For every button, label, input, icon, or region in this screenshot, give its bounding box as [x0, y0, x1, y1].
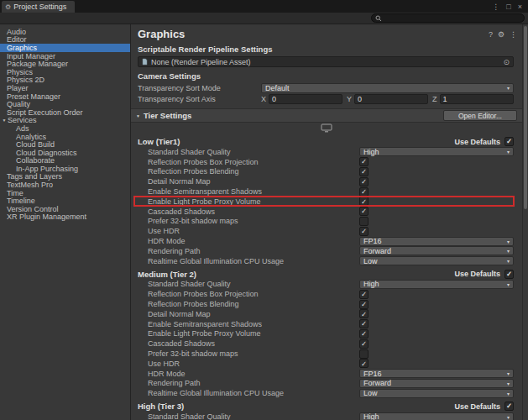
object-picker-icon[interactable]: ⊙ — [503, 58, 510, 66]
sidebar-item-in-app-purchasing[interactable]: In-App Purchasing — [0, 165, 130, 173]
axis-y-field[interactable]: 0 — [354, 94, 428, 104]
render-pipeline-asset-field[interactable]: None (Render Pipeline Asset) ⊙ — [138, 56, 514, 67]
sidebar-item-tags-and-layers[interactable]: Tags and Layers — [0, 173, 130, 181]
help-icon[interactable]: ? — [489, 30, 493, 39]
sidebar-item-physics[interactable]: Physics — [0, 68, 130, 76]
tier-settings-header[interactable]: ▼ Tier Settings Open Editor... — [131, 108, 522, 123]
sidebar-item-label: Physics — [7, 68, 33, 76]
sidebar-item-ads[interactable]: Ads — [0, 124, 130, 133]
tier-settings-label: Tier Settings — [144, 111, 191, 120]
checkbox-reflection-probes-blending[interactable]: ✓ — [359, 300, 369, 309]
checkbox-use-hdr[interactable]: ✓ — [359, 359, 369, 368]
chevron-down-icon: ▾ — [504, 149, 510, 155]
dropdown-hdr-mode[interactable]: FP16▾ — [359, 237, 514, 246]
sidebar-item-label: Time — [7, 189, 24, 197]
dropdown-standard-shader-quality[interactable]: High▾ — [359, 147, 514, 156]
search-input[interactable] — [384, 14, 520, 22]
search-box[interactable] — [371, 13, 525, 23]
checkbox-prefer-32-bit-shadow-maps[interactable] — [359, 349, 369, 359]
checkbox-prefer-32-bit-shadow-maps[interactable] — [359, 217, 369, 226]
dropdown-rendering-path[interactable]: Forward▾ — [359, 379, 514, 388]
srp-section-title: Scriptable Render Pipeline Settings — [131, 43, 522, 55]
foldout-arrow-icon[interactable]: ▼ — [136, 113, 140, 118]
checkbox-detail-normal-map[interactable]: ✓ — [359, 177, 369, 186]
property-control: FP16▾ — [359, 369, 514, 378]
sidebar-item-preset-manager[interactable]: Preset Manager — [0, 92, 130, 101]
project-settings-tab[interactable]: ⚙ Project Settings — [2, 1, 75, 13]
sidebar-item-timeline[interactable]: Timeline — [0, 197, 130, 205]
sidebar-item-time[interactable]: Time — [0, 189, 130, 197]
vertical-scrollbar[interactable] — [522, 24, 528, 420]
checkbox-cascaded-shadows[interactable]: ✓ — [359, 207, 369, 216]
sidebar-item-textmesh-pro[interactable]: TextMesh Pro — [0, 181, 130, 189]
checkbox-cascaded-shadows[interactable]: ✓ — [359, 339, 369, 349]
dropdown-standard-shader-quality[interactable]: High▾ — [359, 412, 514, 420]
property-label: Reflection Probes Blending — [138, 300, 359, 308]
checkbox-reflection-probes-box-projection[interactable]: ✓ — [359, 290, 369, 299]
transparency-sort-mode-dropdown[interactable]: Default ▾ — [261, 83, 514, 93]
sidebar-item-label: Graphics — [7, 44, 37, 52]
checkbox-enable-light-probe-proxy-volume[interactable]: ✓ — [359, 329, 369, 339]
property-label: Cascaded Shadows — [138, 339, 359, 348]
panel-menu-icon[interactable]: ⋮ — [510, 30, 517, 39]
dropdown-rendering-path[interactable]: Forward▾ — [359, 246, 514, 255]
dropdown-realtime-global-illumination-cpu-usage[interactable]: Low▾ — [359, 256, 514, 265]
dropdown-value: High — [363, 148, 379, 156]
sidebar-item-xr-plugin-management[interactable]: XR Plugin Management — [0, 213, 130, 222]
scrollbar-thumb[interactable] — [524, 26, 527, 209]
dropdown-hdr-mode[interactable]: FP16▾ — [359, 369, 514, 378]
sidebar-item-collaborate[interactable]: Collaborate — [0, 157, 130, 165]
sidebar-item-label: XR Plugin Management — [7, 213, 86, 221]
preset-icon[interactable]: ⚙ — [498, 30, 504, 39]
sidebar-item-player[interactable]: Player — [0, 84, 130, 92]
monitor-icon[interactable] — [321, 123, 332, 133]
property-control: ✓ — [359, 339, 514, 349]
sidebar-item-version-control[interactable]: Version Control — [0, 205, 130, 213]
sidebar-item-label: Audio — [7, 28, 26, 36]
use-defaults-checkbox[interactable]: ✓ — [504, 270, 514, 279]
sidebar-item-analytics[interactable]: Analytics — [0, 133, 130, 141]
sidebar-item-services[interactable]: ▼Services — [0, 117, 130, 125]
tier-row-hdr-mode: HDR ModeFP16▾ — [138, 236, 514, 246]
property-label: Enable Semitransparent Shadows — [138, 320, 359, 328]
use-defaults-checkbox[interactable]: ✓ — [504, 402, 514, 411]
foldout-arrow-icon[interactable]: ▼ — [2, 118, 7, 123]
sidebar-item-package-manager[interactable]: Package Manager — [0, 60, 130, 68]
sidebar-item-graphics[interactable]: Graphics — [0, 44, 130, 52]
checkbox-enable-semitransparent-shadows[interactable]: ✓ — [359, 187, 369, 197]
sidebar-item-editor[interactable]: Editor — [0, 36, 130, 45]
checkbox-reflection-probes-blending[interactable]: ✓ — [359, 167, 369, 176]
checkbox-detail-normal-map[interactable]: ✓ — [359, 309, 369, 318]
property-control: ✓ — [359, 177, 514, 186]
property-control: ✓ — [359, 359, 514, 368]
axis-z-field[interactable]: 1 — [440, 94, 515, 104]
tier-row-enable-semitransparent-shadows: Enable Semitransparent Shadows✓ — [138, 186, 514, 197]
use-defaults-label: Use Defaults — [454, 402, 500, 411]
sidebar-item-cloud-diagnostics[interactable]: Cloud Diagnostics — [0, 149, 130, 157]
property-label: Realtime Global Illumination CPU Usage — [138, 257, 359, 265]
close-icon[interactable]: × — [518, 3, 522, 11]
sidebar-item-physics-2d[interactable]: Physics 2D — [0, 76, 130, 85]
window-tab-bar: ⚙ Project Settings ⋮ □ × — [0, 0, 528, 13]
dropdown-standard-shader-quality[interactable]: High▾ — [359, 280, 514, 289]
sidebar: AudioEditorGraphicsInput ManagerPackage … — [0, 24, 131, 420]
dropdown-realtime-global-illumination-cpu-usage[interactable]: Low▾ — [359, 389, 514, 398]
property-label: Rendering Path — [138, 379, 359, 387]
checkbox-use-hdr[interactable]: ✓ — [359, 227, 369, 236]
property-label: Realtime Global Illumination CPU Usage — [138, 389, 359, 397]
sidebar-item-script-execution-order[interactable]: Script Execution Order — [0, 108, 130, 117]
sidebar-item-cloud-build[interactable]: Cloud Build — [0, 140, 130, 149]
window-menu-icon[interactable]: ⋮ — [492, 3, 499, 11]
sidebar-item-quality[interactable]: Quality — [0, 100, 130, 108]
sidebar-item-label: Player — [7, 84, 29, 92]
use-defaults-checkbox[interactable]: ✓ — [504, 137, 514, 146]
sidebar-item-audio[interactable]: Audio — [0, 28, 130, 36]
axis-z-label: Z — [432, 95, 437, 103]
open-editor-button[interactable]: Open Editor... — [443, 110, 517, 121]
sidebar-item-input-manager[interactable]: Input Manager — [0, 52, 130, 60]
checkbox-enable-light-probe-proxy-volume[interactable]: ✓ — [359, 197, 369, 206]
axis-x-field[interactable]: 0 — [269, 94, 342, 104]
checkbox-enable-semitransparent-shadows[interactable]: ✓ — [359, 319, 369, 328]
maximize-icon[interactable]: □ — [506, 3, 510, 11]
checkbox-reflection-probes-box-projection[interactable]: ✓ — [359, 157, 369, 166]
